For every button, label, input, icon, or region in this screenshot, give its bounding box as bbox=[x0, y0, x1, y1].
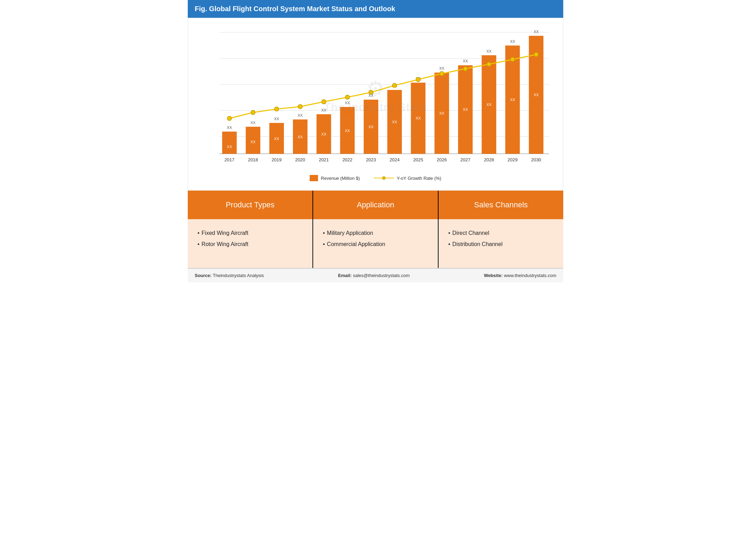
svg-text:XX: XX bbox=[510, 98, 515, 102]
svg-text:XX: XX bbox=[439, 111, 444, 115]
svg-text:XX: XX bbox=[534, 93, 539, 97]
footer-source-value: Theindustrystats Analysis bbox=[213, 273, 264, 278]
legend-growth-line bbox=[374, 178, 382, 178]
sales-channel-item-1: Direct Channel bbox=[448, 228, 553, 239]
chart-legend: Revenue (Million $) Y-oY Growth Rate (%) bbox=[199, 171, 552, 187]
footer-website: Website: www.theindustrystats.com bbox=[484, 273, 556, 278]
footer-email: Email: sales@theindustrystats.com bbox=[338, 273, 410, 278]
page-title: Fig. Global Flight Control System Market… bbox=[188, 0, 563, 18]
product-types-body: Fixed Wing Aircraft Rotor Wing Aircraft bbox=[188, 219, 312, 268]
application-body: Military Application Commercial Applicat… bbox=[313, 219, 438, 268]
line-dot-2018 bbox=[251, 110, 255, 115]
svg-text:XX: XX bbox=[274, 137, 279, 141]
svg-text:XX: XX bbox=[534, 30, 539, 34]
legend-revenue: Revenue (Million $) bbox=[310, 175, 360, 181]
x-label-2025: 2025 bbox=[413, 157, 423, 162]
legend-growth-line2 bbox=[386, 178, 394, 178]
chart-wrapper: ⚙ The Industry Stats market research XX … bbox=[199, 25, 552, 171]
sales-channels-body: Direct Channel Distribution Channel bbox=[439, 219, 563, 268]
line-dot-2022 bbox=[345, 95, 349, 99]
sales-channels-list: Direct Channel Distribution Channel bbox=[448, 228, 553, 250]
product-types-header: Product Types bbox=[188, 191, 312, 219]
legend-revenue-box bbox=[310, 175, 318, 181]
x-label-2018: 2018 bbox=[248, 157, 258, 162]
line-dot-2024 bbox=[393, 83, 397, 87]
svg-text:XX: XX bbox=[227, 125, 232, 130]
application-header: Application bbox=[313, 191, 438, 219]
svg-text:XX: XX bbox=[227, 145, 232, 149]
x-label-2026: 2026 bbox=[437, 157, 447, 162]
x-label-2028: 2028 bbox=[484, 157, 494, 162]
product-type-item-1: Fixed Wing Aircraft bbox=[198, 228, 303, 239]
product-types-card: Product Types Fixed Wing Aircraft Rotor … bbox=[188, 191, 312, 268]
x-label-2027: 2027 bbox=[460, 157, 471, 162]
product-type-item-2: Rotor Wing Aircraft bbox=[198, 239, 303, 250]
svg-text:XX: XX bbox=[250, 121, 256, 125]
bar-line-chart: XX XX XX XX XX XX XX XX XX XX XX XX XX bbox=[199, 25, 552, 171]
legend-growth-dot bbox=[382, 176, 386, 180]
svg-text:XX: XX bbox=[345, 101, 350, 105]
svg-text:XX: XX bbox=[298, 113, 303, 117]
svg-text:XX: XX bbox=[439, 66, 444, 70]
sales-channels-header: Sales Channels bbox=[439, 191, 563, 219]
line-dot-2025 bbox=[416, 77, 420, 82]
line-dot-2028 bbox=[487, 62, 491, 66]
x-label-2023: 2023 bbox=[366, 157, 376, 162]
footer-email-label: Email: bbox=[338, 273, 352, 278]
legend-growth-line-container bbox=[374, 176, 394, 180]
svg-text:XX: XX bbox=[486, 102, 491, 107]
sales-channel-item-2: Distribution Channel bbox=[448, 239, 553, 250]
application-card: Application Military Application Commerc… bbox=[313, 191, 438, 268]
x-label-2021: 2021 bbox=[319, 157, 329, 162]
svg-text:XX: XX bbox=[416, 116, 421, 120]
x-label-2030: 2030 bbox=[531, 157, 541, 162]
svg-text:XX: XX bbox=[463, 59, 468, 63]
line-dot-2030 bbox=[534, 53, 538, 57]
svg-text:XX: XX bbox=[369, 125, 374, 129]
line-dot-2029 bbox=[510, 57, 514, 61]
svg-text:XX: XX bbox=[463, 107, 468, 112]
x-label-2020: 2020 bbox=[295, 157, 305, 162]
svg-text:XX: XX bbox=[392, 120, 397, 124]
line-dot-2017 bbox=[227, 116, 232, 121]
x-label-2029: 2029 bbox=[508, 157, 518, 162]
chart-container: ⚙ The Industry Stats market research XX … bbox=[188, 18, 563, 191]
footer-source: Source: Theindustrystats Analysis bbox=[195, 273, 264, 278]
application-list: Military Application Commercial Applicat… bbox=[323, 228, 428, 250]
svg-text:XX: XX bbox=[298, 135, 303, 139]
svg-text:XX: XX bbox=[274, 117, 279, 121]
bottom-sections: Product Types Fixed Wing Aircraft Rotor … bbox=[188, 191, 563, 268]
line-dot-2019 bbox=[274, 107, 279, 111]
legend-growth-label: Y-oY Growth Rate (%) bbox=[397, 176, 441, 181]
svg-text:XX: XX bbox=[321, 132, 326, 136]
application-item-1: Military Application bbox=[323, 228, 428, 239]
svg-text:XX: XX bbox=[321, 108, 326, 112]
application-item-2: Commercial Application bbox=[323, 239, 428, 250]
footer-source-label: Source: bbox=[195, 273, 211, 278]
line-dot-2026 bbox=[440, 71, 444, 76]
line-dot-2020 bbox=[298, 105, 302, 109]
product-types-list: Fixed Wing Aircraft Rotor Wing Aircraft bbox=[198, 228, 303, 250]
legend-revenue-label: Revenue (Million $) bbox=[321, 176, 360, 181]
x-label-2017: 2017 bbox=[224, 157, 234, 162]
svg-text:XX: XX bbox=[486, 49, 491, 53]
footer-website-value: www.theindustrystats.com bbox=[504, 273, 556, 278]
line-dot-2023 bbox=[369, 90, 373, 94]
footer-website-label: Website: bbox=[484, 273, 503, 278]
x-label-2024: 2024 bbox=[389, 157, 400, 162]
legend-growth: Y-oY Growth Rate (%) bbox=[374, 176, 441, 181]
line-dot-2021 bbox=[322, 100, 326, 104]
x-label-2022: 2022 bbox=[342, 157, 353, 162]
svg-text:XX: XX bbox=[345, 129, 350, 133]
x-label-2019: 2019 bbox=[272, 157, 282, 162]
svg-text:XX: XX bbox=[250, 140, 256, 144]
sales-channels-card: Sales Channels Direct Channel Distributi… bbox=[439, 191, 563, 268]
svg-text:XX: XX bbox=[510, 39, 515, 44]
line-dot-2027 bbox=[463, 67, 467, 71]
footer-email-value: sales@theindustrystats.com bbox=[353, 273, 410, 278]
bar-2017 bbox=[222, 132, 237, 154]
footer: Source: Theindustrystats Analysis Email:… bbox=[188, 268, 563, 282]
